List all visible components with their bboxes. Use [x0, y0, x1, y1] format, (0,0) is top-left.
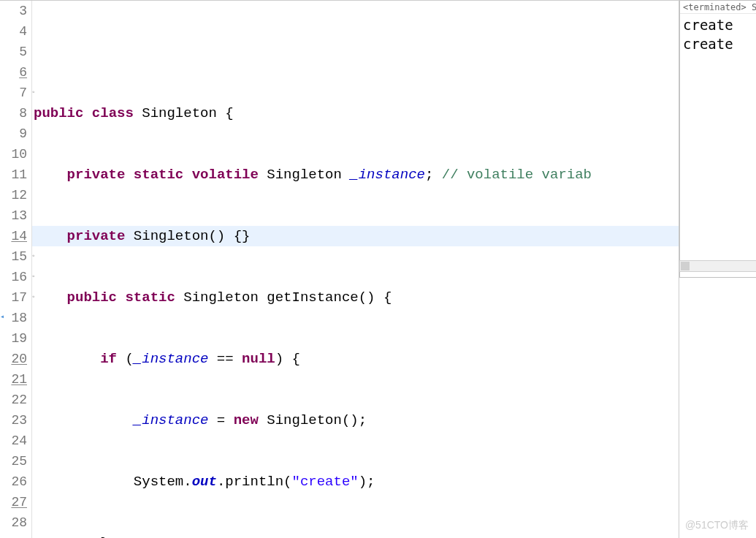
line-number[interactable]: 23 — [0, 410, 31, 431]
line-number-gutter[interactable]: 3 4 5 6 7 8 9 10 11 12 13 14 15 16 17 18… — [0, 1, 32, 538]
code-line[interactable]: public static Singleton getInstance() { — [32, 287, 679, 308]
line-number[interactable]: 13 — [0, 205, 31, 226]
scrollbar-thumb[interactable] — [681, 262, 690, 270]
code-line[interactable]: _instance = new Singleton(); — [32, 410, 679, 431]
line-number[interactable]: 4 — [0, 21, 31, 42]
line-number[interactable]: 19 — [0, 328, 31, 349]
line-number[interactable]: 17 — [0, 287, 31, 308]
code-line[interactable] — [32, 42, 679, 62]
editor-container: 3 4 5 6 7 8 9 10 11 12 13 14 15 16 17 18… — [0, 0, 679, 538]
console-panel[interactable]: <terminated> Sin create create — [679, 0, 756, 278]
line-number[interactable]: 15 — [0, 246, 31, 267]
code-line[interactable]: private static volatile Singleton _insta… — [32, 164, 679, 185]
line-number[interactable]: 28 — [0, 512, 31, 533]
line-number[interactable]: 5 — [0, 42, 31, 62]
line-number[interactable]: 21 — [0, 369, 31, 390]
line-number[interactable]: 26 — [0, 471, 31, 492]
line-number[interactable]: 27 — [0, 492, 31, 512]
watermark: @51CTO博客 — [685, 519, 749, 532]
line-number[interactable]: 6 — [0, 62, 31, 83]
line-number[interactable]: 16 — [0, 267, 31, 287]
line-number[interactable]: 7 — [0, 83, 31, 103]
code-line-current[interactable]: private Singleton() {} — [32, 226, 679, 246]
line-number[interactable]: 8 — [0, 103, 31, 124]
line-number[interactable]: 10 — [0, 144, 31, 164]
line-number[interactable]: 22 — [0, 390, 31, 410]
line-number[interactable]: 14 — [0, 226, 31, 246]
code-line[interactable]: public class Singleton { — [32, 103, 679, 124]
code-line[interactable]: System.out.println("create"); — [32, 471, 679, 492]
code-line[interactable]: } — [32, 533, 679, 538]
line-number[interactable]: 9 — [0, 124, 31, 144]
line-number[interactable]: 25 — [0, 451, 31, 471]
line-number[interactable]: 24 — [0, 431, 31, 451]
code-line[interactable]: if (_instance == null) { — [32, 349, 679, 369]
code-editor[interactable]: public class Singleton { private static … — [32, 1, 679, 538]
line-number[interactable]: 20 — [0, 349, 31, 369]
line-number[interactable]: 11 — [0, 164, 31, 185]
line-number[interactable]: 3 — [0, 1, 31, 21]
console-output[interactable]: create create — [680, 14, 756, 55]
console-header: <terminated> Sin — [680, 1, 756, 14]
line-number[interactable]: 18 — [0, 308, 31, 328]
gutter-marker-icon: ◂ — [0, 312, 4, 319]
horizontal-scrollbar[interactable] — [679, 260, 756, 272]
line-number[interactable]: 12 — [0, 185, 31, 205]
console-line: create — [683, 15, 753, 34]
console-line: create — [683, 34, 753, 53]
